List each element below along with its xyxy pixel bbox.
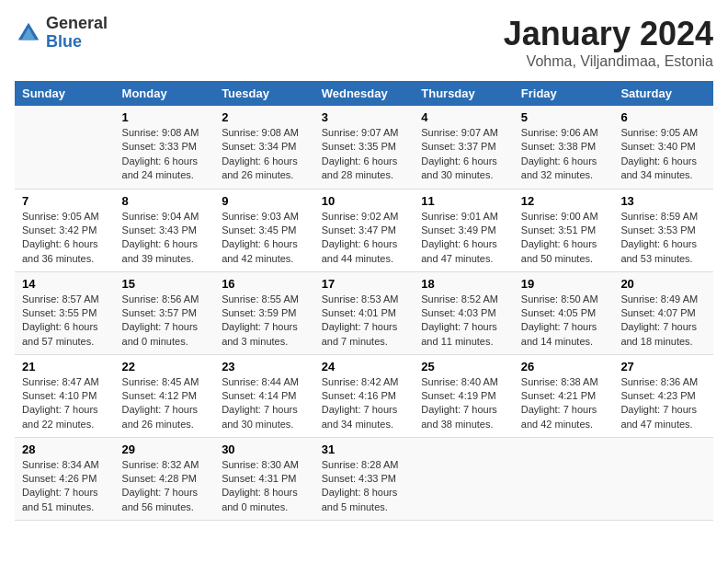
day-info: Sunrise: 8:47 AMSunset: 4:10 PMDaylight:…: [22, 375, 108, 432]
logo-text: General Blue: [46, 15, 108, 52]
day-number: 10: [322, 194, 407, 208]
day-number: 15: [122, 277, 208, 291]
day-number: 20: [620, 277, 706, 291]
calendar-cell: 24Sunrise: 8:42 AMSunset: 4:16 PMDayligh…: [314, 354, 415, 437]
weekday-header-row: SundayMondayTuesdayWednesdayThursdayFrid…: [15, 81, 713, 106]
day-info: Sunrise: 8:45 AMSunset: 4:12 PMDaylight:…: [122, 375, 208, 432]
weekday-header-sunday: Sunday: [15, 81, 115, 106]
weekday-header-wednesday: Wednesday: [314, 81, 415, 106]
calendar-cell: 6Sunrise: 9:05 AMSunset: 3:40 PMDaylight…: [613, 106, 713, 189]
day-number: 19: [521, 277, 607, 291]
day-info: Sunrise: 8:52 AMSunset: 4:03 PMDaylight:…: [421, 293, 506, 350]
day-number: 30: [222, 442, 307, 456]
day-info: Sunrise: 8:36 AMSunset: 4:23 PMDaylight:…: [620, 375, 706, 432]
day-number: 24: [322, 360, 407, 373]
calendar-cell: 11Sunrise: 9:01 AMSunset: 3:49 PMDayligh…: [414, 189, 514, 271]
calendar-cell: 12Sunrise: 9:00 AMSunset: 3:51 PMDayligh…: [514, 189, 614, 271]
day-number: 4: [421, 110, 506, 124]
day-info: Sunrise: 8:28 AMSunset: 4:33 PMDaylight:…: [322, 458, 407, 515]
day-info: Sunrise: 8:38 AMSunset: 4:21 PMDaylight:…: [521, 375, 607, 432]
day-number: 31: [322, 442, 407, 456]
day-number: 8: [122, 194, 208, 208]
day-number: 27: [620, 360, 706, 373]
calendar-cell: 2Sunrise: 9:08 AMSunset: 3:34 PMDaylight…: [214, 106, 314, 189]
calendar-cell: 16Sunrise: 8:55 AMSunset: 3:59 PMDayligh…: [214, 271, 314, 354]
day-info: Sunrise: 8:59 AMSunset: 3:53 PMDaylight:…: [620, 210, 706, 267]
day-number: 3: [322, 110, 407, 124]
weekday-header-friday: Friday: [514, 81, 614, 106]
day-info: Sunrise: 9:07 AMSunset: 3:35 PMDaylight:…: [322, 126, 407, 183]
day-info: Sunrise: 9:05 AMSunset: 3:40 PMDaylight:…: [620, 126, 706, 183]
calendar-header: SundayMondayTuesdayWednesdayThursdayFrid…: [15, 81, 713, 106]
day-info: Sunrise: 9:07 AMSunset: 3:37 PMDaylight:…: [421, 126, 506, 183]
day-number: 17: [322, 277, 407, 291]
calendar-cell: 25Sunrise: 8:40 AMSunset: 4:19 PMDayligh…: [414, 354, 514, 437]
calendar-cell: 13Sunrise: 8:59 AMSunset: 3:53 PMDayligh…: [613, 189, 713, 271]
day-info: Sunrise: 9:01 AMSunset: 3:49 PMDaylight:…: [421, 210, 506, 267]
day-number: 16: [222, 277, 307, 291]
calendar-cell: [414, 437, 514, 520]
day-info: Sunrise: 9:05 AMSunset: 3:42 PMDaylight:…: [22, 210, 108, 267]
calendar-cell: 28Sunrise: 8:34 AMSunset: 4:26 PMDayligh…: [15, 437, 115, 520]
calendar-body: 1Sunrise: 9:08 AMSunset: 3:33 PMDaylight…: [15, 106, 713, 520]
day-number: 1: [122, 110, 208, 124]
calendar-table: SundayMondayTuesdayWednesdayThursdayFrid…: [15, 81, 713, 521]
calendar-cell: [15, 106, 115, 189]
calendar-cell: 30Sunrise: 8:30 AMSunset: 4:31 PMDayligh…: [214, 437, 314, 520]
day-number: 2: [222, 110, 307, 124]
day-number: 28: [22, 442, 108, 456]
calendar-cell: 29Sunrise: 8:32 AMSunset: 4:28 PMDayligh…: [115, 437, 215, 520]
main-title: January 2024: [504, 15, 713, 53]
week-row-0: 1Sunrise: 9:08 AMSunset: 3:33 PMDaylight…: [15, 106, 713, 189]
day-number: 12: [521, 194, 607, 208]
day-number: 13: [620, 194, 706, 208]
calendar-cell: 19Sunrise: 8:50 AMSunset: 4:05 PMDayligh…: [514, 271, 614, 354]
day-info: Sunrise: 9:03 AMSunset: 3:45 PMDaylight:…: [222, 210, 307, 267]
day-info: Sunrise: 9:06 AMSunset: 3:38 PMDaylight:…: [521, 126, 607, 183]
day-number: 29: [122, 442, 208, 456]
calendar-cell: 21Sunrise: 8:47 AMSunset: 4:10 PMDayligh…: [15, 354, 115, 437]
week-row-1: 7Sunrise: 9:05 AMSunset: 3:42 PMDaylight…: [15, 189, 713, 271]
calendar-cell: 15Sunrise: 8:56 AMSunset: 3:57 PMDayligh…: [115, 271, 215, 354]
calendar-cell: 20Sunrise: 8:49 AMSunset: 4:07 PMDayligh…: [613, 271, 713, 354]
weekday-header-saturday: Saturday: [613, 81, 713, 106]
day-info: Sunrise: 8:56 AMSunset: 3:57 PMDaylight:…: [122, 293, 208, 350]
day-number: 5: [521, 110, 607, 124]
day-info: Sunrise: 9:02 AMSunset: 3:47 PMDaylight:…: [322, 210, 407, 267]
day-info: Sunrise: 8:50 AMSunset: 4:05 PMDaylight:…: [521, 293, 607, 350]
weekday-header-monday: Monday: [115, 81, 215, 106]
day-number: 22: [122, 360, 208, 373]
day-info: Sunrise: 8:57 AMSunset: 3:55 PMDaylight:…: [22, 293, 108, 350]
day-info: Sunrise: 9:08 AMSunset: 3:34 PMDaylight:…: [222, 126, 307, 183]
weekday-header-tuesday: Tuesday: [214, 81, 314, 106]
day-info: Sunrise: 8:53 AMSunset: 4:01 PMDaylight:…: [322, 293, 407, 350]
day-number: 7: [22, 194, 108, 208]
day-info: Sunrise: 8:30 AMSunset: 4:31 PMDaylight:…: [222, 458, 307, 515]
calendar-cell: 31Sunrise: 8:28 AMSunset: 4:33 PMDayligh…: [314, 437, 415, 520]
logo: General Blue: [15, 15, 108, 52]
day-info: Sunrise: 9:04 AMSunset: 3:43 PMDaylight:…: [122, 210, 208, 267]
week-row-2: 14Sunrise: 8:57 AMSunset: 3:55 PMDayligh…: [15, 271, 713, 354]
calendar-cell: 10Sunrise: 9:02 AMSunset: 3:47 PMDayligh…: [314, 189, 415, 271]
day-number: 25: [421, 360, 506, 373]
calendar-cell: 17Sunrise: 8:53 AMSunset: 4:01 PMDayligh…: [314, 271, 415, 354]
calendar-cell: 22Sunrise: 8:45 AMSunset: 4:12 PMDayligh…: [115, 354, 215, 437]
day-number: 26: [521, 360, 607, 373]
week-row-3: 21Sunrise: 8:47 AMSunset: 4:10 PMDayligh…: [15, 354, 713, 437]
logo-icon: [15, 19, 42, 47]
day-info: Sunrise: 8:34 AMSunset: 4:26 PMDaylight:…: [22, 458, 108, 515]
calendar-cell: 8Sunrise: 9:04 AMSunset: 3:43 PMDaylight…: [115, 189, 215, 271]
title-block: January 2024 Vohma, Viljandimaa, Estonia: [504, 15, 713, 70]
page-header: General Blue January 2024 Vohma, Viljand…: [15, 15, 713, 70]
weekday-header-thursday: Thursday: [414, 81, 514, 106]
calendar-cell: 27Sunrise: 8:36 AMSunset: 4:23 PMDayligh…: [613, 354, 713, 437]
day-number: 23: [222, 360, 307, 373]
day-info: Sunrise: 8:49 AMSunset: 4:07 PMDaylight:…: [620, 293, 706, 350]
day-info: Sunrise: 8:55 AMSunset: 3:59 PMDaylight:…: [222, 293, 307, 350]
calendar-cell: 9Sunrise: 9:03 AMSunset: 3:45 PMDaylight…: [214, 189, 314, 271]
calendar-cell: 1Sunrise: 9:08 AMSunset: 3:33 PMDaylight…: [115, 106, 215, 189]
day-info: Sunrise: 9:00 AMSunset: 3:51 PMDaylight:…: [521, 210, 607, 267]
logo-blue: Blue: [46, 33, 108, 52]
day-number: 18: [421, 277, 506, 291]
calendar-cell: 3Sunrise: 9:07 AMSunset: 3:35 PMDaylight…: [314, 106, 415, 189]
